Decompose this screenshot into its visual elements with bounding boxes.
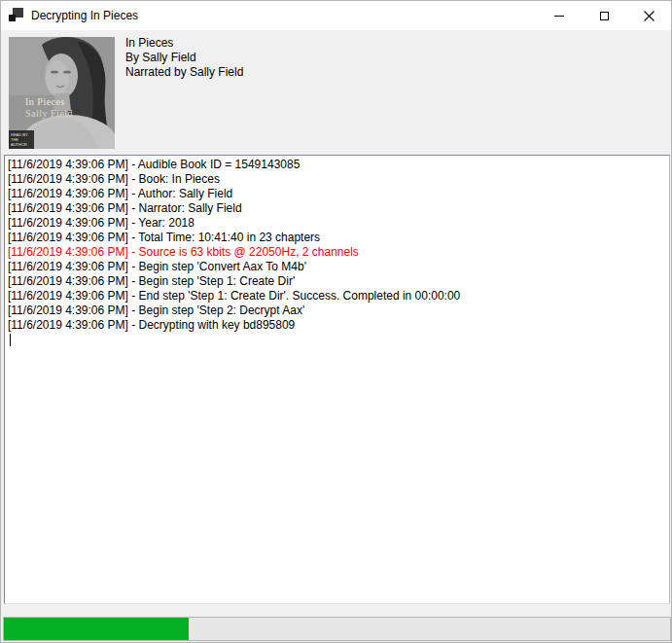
book-info: In Pieces By Sally Field Narrated by Sal…: [125, 36, 243, 80]
log-line: [11/6/2019 4:39:06 PM] - Book: In Pieces: [8, 172, 669, 187]
progress-bar: [3, 617, 671, 641]
log-line: [11/6/2019 4:39:06 PM] - Begin step 'Con…: [8, 260, 669, 274]
log-line: [11/6/2019 4:39:06 PM] - End step 'Step …: [8, 289, 669, 304]
app-icon: [9, 8, 24, 23]
log-line: [11/6/2019 4:39:06 PM] - Source is 63 kb…: [8, 245, 669, 260]
cover-author-text: Sally Field: [25, 108, 73, 119]
log-line: [11/6/2019 4:39:06 PM] - Audible Book ID…: [8, 158, 669, 172]
log-line: [11/6/2019 4:39:06 PM] - Author: Sally F…: [8, 187, 669, 201]
cover-title-text: In Pieces: [25, 96, 65, 107]
progress-fill: [4, 618, 189, 640]
book-author: By Sally Field: [125, 51, 243, 65]
maximize-icon: [600, 12, 609, 20]
log-line: [11/6/2019 4:39:06 PM] - Begin step 'Ste…: [8, 274, 669, 289]
cover-badge: READ BY THE AUTHOR Unabridged: [9, 130, 34, 149]
cover-badge-line2: THE AUTHOR: [11, 137, 33, 147]
window-controls: [537, 1, 671, 30]
app-window: Decrypting In Pieces: [0, 0, 672, 643]
book-narrator: Narrated by Sally Field: [125, 65, 243, 80]
log-line: [11/6/2019 4:39:06 PM] - Year: 2018: [8, 216, 669, 231]
log-textbox[interactable]: [11/6/2019 4:39:06 PM] - Audible Book ID…: [4, 155, 670, 604]
close-icon: [644, 11, 654, 21]
text-caret: [10, 334, 11, 346]
maximize-button[interactable]: [582, 1, 626, 30]
minimize-icon: [554, 16, 564, 17]
minimize-button[interactable]: [537, 1, 582, 30]
app-icon-square-small: [9, 15, 16, 21]
log-line: [11/6/2019 4:39:06 PM] - Begin step 'Ste…: [8, 304, 669, 318]
log-line: [11/6/2019 4:39:06 PM] - Decrypting with…: [8, 318, 669, 333]
book-title: In Pieces: [125, 36, 243, 51]
log-line: [11/6/2019 4:39:06 PM] - Total Time: 10:…: [8, 231, 669, 245]
title-bar[interactable]: Decrypting In Pieces: [1, 1, 671, 30]
close-button[interactable]: [626, 1, 671, 30]
log-line: [11/6/2019 4:39:06 PM] - Narrator: Sally…: [8, 201, 669, 216]
book-cover: In Pieces Sally Field READ BY THE AUTHOR…: [9, 37, 115, 149]
window-title: Decrypting In Pieces: [31, 9, 138, 22]
